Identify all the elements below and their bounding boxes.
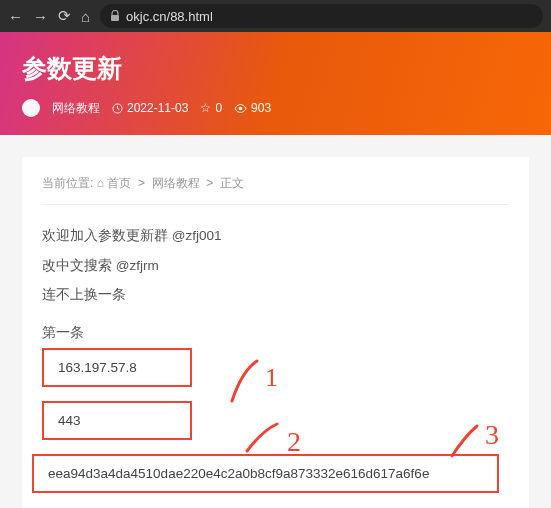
- annotation-1: 1: [227, 356, 287, 415]
- body-text: 欢迎加入参数更新群 @zfj001 改中文搜索 @zfjrm 连不上换一条: [42, 221, 509, 310]
- forward-icon[interactable]: →: [33, 8, 48, 25]
- breadcrumb-home[interactable]: 首页: [107, 176, 131, 190]
- star-meta: ☆ 0: [200, 101, 222, 115]
- svg-text:3: 3: [485, 419, 499, 450]
- view-count: 903: [251, 101, 271, 115]
- browser-toolbar: ← → ⟳ ⌂ okjc.cn/88.html: [0, 0, 551, 32]
- svg-rect-0: [111, 15, 119, 21]
- author-link[interactable]: 网络教程: [52, 100, 100, 117]
- avatar: [22, 99, 40, 117]
- eye-icon: [234, 104, 247, 113]
- port-box: 443: [42, 401, 192, 440]
- breadcrumb-label: 当前位置:: [42, 176, 93, 190]
- clock-icon: [112, 103, 123, 114]
- star-icon: ☆: [200, 101, 211, 115]
- breadcrumb-category[interactable]: 网络教程: [152, 176, 200, 190]
- home-icon[interactable]: ⌂: [81, 8, 90, 25]
- svg-text:2: 2: [287, 426, 301, 457]
- views-meta: 903: [234, 101, 271, 115]
- date-meta: 2022-11-03: [112, 101, 188, 115]
- url-text: okjc.cn/88.html: [126, 9, 213, 24]
- back-icon[interactable]: ←: [8, 8, 23, 25]
- ip-box: 163.197.57.8: [42, 348, 192, 387]
- content-card: 当前位置: ⌂ 首页 > 网络教程 > 正文 欢迎加入参数更新群 @zfj001…: [22, 157, 529, 508]
- section-title: 第一条: [42, 324, 509, 342]
- intro-line-2: 改中文搜索 @zfjrm: [42, 251, 509, 281]
- home-icon-small: ⌂: [97, 176, 104, 190]
- page-title: 参数更新: [22, 52, 529, 85]
- breadcrumb: 当前位置: ⌂ 首页 > 网络教程 > 正文: [42, 175, 509, 205]
- intro-line-1: 欢迎加入参数更新群 @zfj001: [42, 221, 509, 251]
- svg-point-2: [239, 106, 243, 110]
- key-box: eea94d3a4da4510dae220e4c2a0b8cf9a873332e…: [32, 454, 499, 493]
- date-text: 2022-11-03: [127, 101, 188, 115]
- svg-text:1: 1: [265, 363, 278, 392]
- lock-icon: [110, 10, 120, 23]
- intro-line-3: 连不上换一条: [42, 280, 509, 310]
- star-count: 0: [215, 101, 222, 115]
- reload-icon[interactable]: ⟳: [58, 7, 71, 25]
- page-header: 参数更新 网络教程 2022-11-03 ☆ 0 903: [0, 32, 551, 135]
- address-bar[interactable]: okjc.cn/88.html: [100, 4, 543, 28]
- breadcrumb-current: 正文: [220, 176, 244, 190]
- meta-row: 网络教程 2022-11-03 ☆ 0 903: [22, 99, 529, 117]
